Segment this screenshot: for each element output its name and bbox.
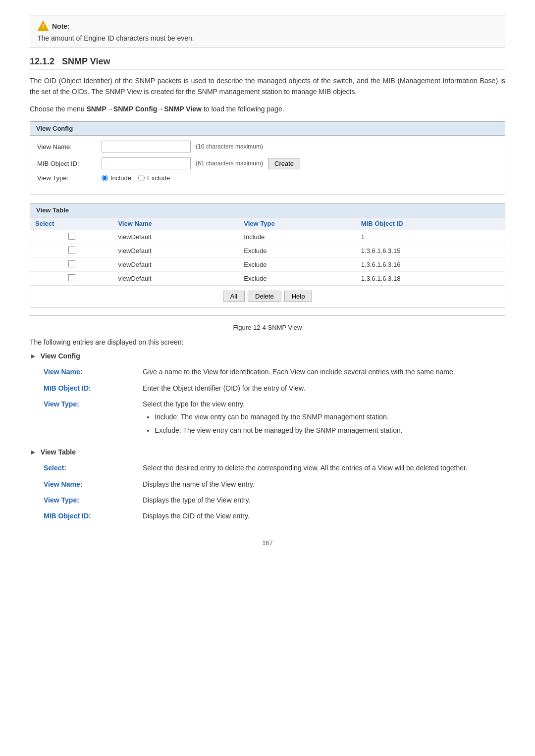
view-name-label: View Name:: [37, 143, 97, 151]
row-view-name: viewDefault: [113, 258, 239, 272]
desc-field-label: MIB Object ID:: [40, 380, 139, 396]
section-number: 12.1.2: [30, 56, 54, 66]
radio-include-label: Include: [110, 174, 131, 182]
section-heading: 12.1.2 SNMP View: [30, 56, 505, 69]
row-view-name: viewDefault: [113, 230, 239, 244]
desc-row: MIB Object ID:Displays the OID of the Vi…: [40, 508, 515, 524]
bullet-list: Include: The view entry can be managed b…: [155, 411, 511, 436]
note-box: ! Note: The amount of Engine ID characte…: [30, 15, 505, 48]
view-config-header: View Config: [30, 122, 505, 136]
view-table-panel: View Table Select View Name View Type MI…: [30, 203, 505, 307]
menu-path-bold: SNMP→SNMP Config→SNMP View: [86, 105, 202, 113]
bullet-item: Exclude: The view entry can not be manag…: [155, 425, 511, 436]
entries-intro: The following entries are displayed on t…: [30, 338, 505, 346]
page-number: 167: [30, 539, 505, 547]
figure-caption: Figure 12-4 SNMP View: [30, 324, 505, 331]
table-row: viewDefault Exclude 1.3.6.1.6.3.18: [30, 272, 505, 286]
view-type-row: View Type: Include Exclude: [37, 174, 498, 182]
desc-field-value: Displays the OID of the View entry.: [139, 508, 515, 524]
radio-exclude-label: Exclude: [147, 174, 170, 182]
row-select-cell[interactable]: [30, 230, 113, 244]
view-type-label: View Type:: [37, 174, 97, 182]
menu-path-prefix: Choose the menu: [30, 105, 86, 113]
menu-path-text: Choose the menu SNMP→SNMP Config→SNMP Vi…: [30, 103, 505, 114]
row-checkbox[interactable]: [68, 247, 75, 253]
row-view-type: Include: [239, 230, 356, 244]
all-button[interactable]: All: [223, 291, 245, 302]
view-table-header: View Table: [30, 203, 505, 217]
row-checkbox[interactable]: [68, 233, 75, 240]
section-title: SNMP View: [62, 56, 110, 66]
desc-row: MIB Object ID:Enter the Object Identifie…: [40, 380, 515, 396]
delete-button[interactable]: Delete: [248, 291, 281, 302]
desc-row: View Type:Select the type for the view e…: [40, 396, 515, 440]
row-mib-object-id: 1: [356, 230, 505, 244]
desc-section-title: ►View Config: [30, 352, 505, 360]
row-view-name: viewDefault: [113, 244, 239, 258]
panel-separator: [30, 315, 505, 316]
desc-sections: ►View ConfigView Name:Give a name to the…: [30, 352, 505, 524]
desc-section: ►View TableSelect:Select the desired ent…: [30, 448, 505, 524]
desc-field-value: Select the desired entry to delete the c…: [139, 460, 515, 476]
bullet-item: Include: The view entry can be managed b…: [155, 411, 511, 422]
desc-field-label: View Name:: [40, 476, 139, 492]
desc-field-label: Select:: [40, 460, 139, 476]
table-row: viewDefault Include 1: [30, 230, 505, 244]
col-mib-object-id: MIB Object ID: [356, 217, 505, 230]
mib-object-id-input[interactable]: [102, 157, 191, 169]
radio-include[interactable]: [102, 175, 108, 181]
desc-field-value: Give a name to the View for identificati…: [139, 364, 515, 380]
view-data-table: Select View Name View Type MIB Object ID…: [30, 217, 505, 285]
row-view-type: Exclude: [239, 244, 356, 258]
desc-field-label: View Name:: [40, 364, 139, 380]
desc-section-name: View Config: [41, 352, 80, 360]
desc-field-value: Enter the Object Identifier (OID) for th…: [139, 380, 515, 396]
table-body: viewDefault Include 1 viewDefault Exclud…: [30, 230, 505, 286]
table-header-row: Select View Name View Type MIB Object ID: [30, 217, 505, 230]
warning-icon: !: [37, 20, 49, 32]
mib-object-id-label: MIB Object ID:: [37, 160, 97, 167]
radio-include-option[interactable]: Include: [102, 174, 131, 182]
help-button[interactable]: Help: [284, 291, 313, 302]
arrow-icon: ►: [30, 448, 37, 456]
desc-section-title: ►View Table: [30, 448, 505, 456]
note-text: The amount of Engine ID characters must …: [37, 34, 498, 42]
row-select-cell[interactable]: [30, 258, 113, 272]
radio-exclude[interactable]: [138, 175, 145, 181]
desc-row: View Name:Give a name to the View for id…: [40, 364, 515, 380]
desc-field-value: Select the type for the view entry.Inclu…: [139, 396, 515, 440]
mib-object-id-hint: (61 characters maximum): [196, 160, 263, 167]
desc-field-value: Displays the name of the View entry.: [139, 476, 515, 492]
desc-table: View Name:Give a name to the View for id…: [40, 364, 515, 440]
create-button[interactable]: Create: [268, 158, 300, 169]
table-buttons: All Delete Help: [30, 285, 505, 307]
desc-section: ►View ConfigView Name:Give a name to the…: [30, 352, 505, 440]
mib-object-id-row: MIB Object ID: (61 characters maximum) C…: [37, 157, 498, 169]
arrow-icon: ►: [30, 352, 37, 360]
col-select: Select: [30, 217, 113, 230]
row-select-cell[interactable]: [30, 272, 113, 286]
row-mib-object-id: 1.3.6.1.6.3.16: [356, 258, 505, 272]
warning-exclaim: !: [42, 23, 44, 29]
table-row: viewDefault Exclude 1.3.6.1.6.3.16: [30, 258, 505, 272]
intro-paragraph: The OID (Object Identifier) of the SNMP …: [30, 75, 505, 98]
note-title: ! Note:: [37, 20, 498, 32]
desc-table: Select:Select the desired entry to delet…: [40, 460, 515, 524]
desc-row: Select:Select the desired entry to delet…: [40, 460, 515, 476]
row-select-cell[interactable]: [30, 244, 113, 258]
row-mib-object-id: 1.3.6.1.6.3.15: [356, 244, 505, 258]
col-view-type: View Type: [239, 217, 356, 230]
desc-row: View Name:Displays the name of the View …: [40, 476, 515, 492]
row-checkbox[interactable]: [68, 274, 75, 281]
view-name-input[interactable]: [102, 141, 191, 152]
row-view-name: viewDefault: [113, 272, 239, 286]
radio-exclude-option[interactable]: Exclude: [138, 174, 170, 182]
view-name-hint: (16 characters maximum): [196, 143, 263, 150]
desc-row: View Type:Displays the type of the View …: [40, 492, 515, 508]
row-checkbox[interactable]: [68, 260, 75, 267]
col-view-name: View Name: [113, 217, 239, 230]
desc-field-label: View Type:: [40, 396, 139, 440]
note-label: Note:: [52, 22, 70, 30]
view-config-body: View Name: (16 characters maximum) MIB O…: [30, 136, 505, 195]
row-mib-object-id: 1.3.6.1.6.3.18: [356, 272, 505, 286]
